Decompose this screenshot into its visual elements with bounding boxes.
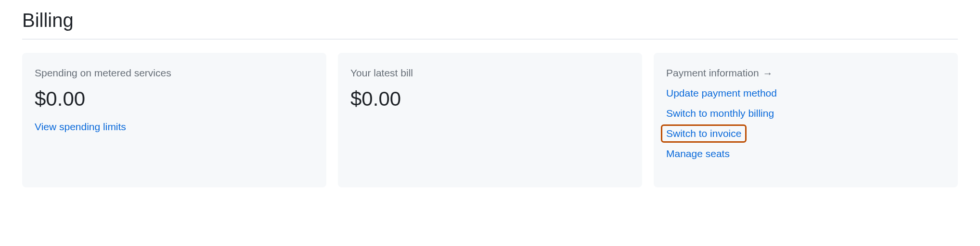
switch-to-invoice-highlight: Switch to invoice [661, 124, 747, 143]
switch-monthly-billing-link[interactable]: Switch to monthly billing [666, 108, 945, 119]
page-title: Billing [22, 10, 958, 31]
spending-card-label: Spending on metered services [35, 67, 314, 79]
arrow-right-icon: → [763, 68, 773, 78]
spending-amount: $0.00 [35, 87, 314, 111]
switch-to-invoice-link[interactable]: Switch to invoice [666, 128, 741, 139]
latest-bill-card: Your latest bill $0.00 [338, 53, 642, 187]
payment-information-link[interactable]: Payment information → [666, 67, 945, 79]
update-payment-method-link[interactable]: Update payment method [666, 87, 945, 99]
billing-cards-row: Spending on metered services $0.00 View … [22, 53, 958, 187]
view-spending-limits-link[interactable]: View spending limits [35, 121, 126, 133]
latest-bill-card-label: Your latest bill [350, 67, 630, 79]
manage-seats-link[interactable]: Manage seats [666, 148, 945, 160]
payment-info-label-text: Payment information [666, 67, 759, 79]
latest-bill-amount: $0.00 [350, 87, 630, 111]
payment-links-list: Update payment method Switch to monthly … [666, 87, 945, 160]
spending-card: Spending on metered services $0.00 View … [22, 53, 326, 187]
payment-info-card: Payment information → Update payment met… [654, 53, 958, 187]
title-divider [22, 39, 958, 39]
